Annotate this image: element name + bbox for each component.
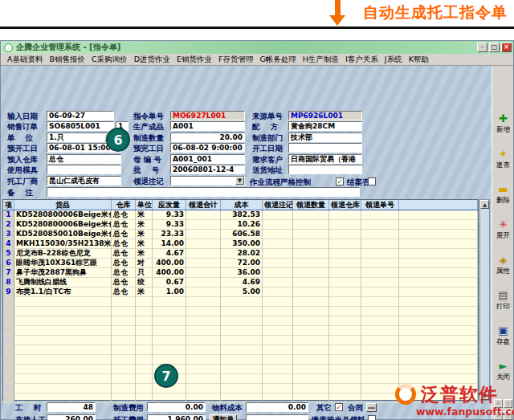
scroll-up-icon[interactable]: ▲ [480, 200, 489, 209]
contract-more-button[interactable]: … [366, 403, 377, 412]
parent-code-field[interactable]: A001_001 [170, 154, 245, 164]
grid-row[interactable]: 2KD5280800006Beige米色(绣花)总仓米9.3310.26 [3, 220, 478, 230]
grid-cell [361, 345, 399, 355]
side-button-1[interactable]: ✦速查 [493, 145, 513, 177]
grid-cell [3, 316, 14, 326]
side-button-0[interactable]: ✚新增 [493, 110, 513, 142]
grid-row[interactable] [3, 384, 478, 393]
side-button-4[interactable]: ◈属性 [493, 251, 513, 283]
grid-cell [3, 384, 14, 393]
grid-cell [329, 316, 361, 326]
notify-button[interactable]: 通知单 [210, 414, 237, 420]
issue-return-combobox[interactable] [170, 176, 245, 186]
grid-row[interactable]: 6眼睛华茂10X361棕艺眼总仓对400.0072.00 [3, 259, 478, 268]
grid-row[interactable] [3, 365, 478, 374]
grid-cell [186, 374, 221, 384]
plan-finish-field[interactable]: 06-08-02 9:00:00 [170, 143, 245, 153]
customer-field[interactable]: 日商国际贸易（香港 [288, 154, 362, 164]
sales-order-field[interactable]: SO6805L001 [47, 121, 114, 131]
outwork-vendor-field[interactable]: 昆山仁成毛皮有 [47, 176, 121, 186]
grid-row[interactable] [3, 316, 478, 326]
menu-item-9[interactable]: J系统 [385, 55, 402, 65]
outwork-cost-field[interactable]: 1,960.00 [147, 414, 206, 420]
grid-row[interactable]: 1KD5280800006Beige米色总仓米9.33382.53 [3, 210, 478, 220]
side-button-6[interactable]: ▣存盘 [493, 322, 513, 354]
side-button-2[interactable]: ▬删除 [493, 181, 513, 213]
grid-row[interactable]: 3KD5280850010Beige米色总仓米23.33606.58 [3, 230, 478, 239]
batch-field[interactable]: 20060801-12-4 [170, 165, 245, 174]
grid-row[interactable] [3, 336, 478, 345]
product-field[interactable]: A001 [170, 121, 245, 131]
grid-cell [293, 239, 329, 249]
grid-header-cell[interactable]: 领退合计 [186, 200, 221, 210]
grid-row[interactable] [3, 374, 478, 384]
hours-field[interactable]: 48 [47, 402, 96, 412]
grid-cell [263, 287, 293, 297]
grid-header-cell[interactable]: 货品 [14, 200, 112, 210]
material-cost-field[interactable]: 0.00 [246, 402, 308, 412]
grid-vertical-scrollbar[interactable]: ▲ ▼ [479, 199, 490, 401]
closed-checkbox[interactable] [368, 177, 376, 186]
start-date-field[interactable] [288, 143, 362, 153]
grid-cell [14, 297, 112, 307]
scroll-down-icon[interactable]: ▼ [480, 391, 489, 400]
grid-header-cell[interactable]: 领退单号 [361, 200, 399, 210]
remark-field[interactable] [47, 187, 360, 197]
grid-row[interactable] [3, 345, 478, 355]
totals-extra-field[interactable] [246, 414, 308, 420]
maximize-button[interactable]: □ [489, 43, 500, 52]
mfg-dept-field[interactable]: 技术部 [288, 133, 362, 142]
flow-control-checkbox[interactable]: ✓ [336, 177, 344, 186]
mold-field[interactable] [47, 165, 121, 174]
menu-item-2[interactable]: C采购询价 [92, 55, 128, 65]
minimize-button[interactable]: - [477, 43, 487, 52]
direct-labor-field[interactable]: 260.00 [47, 414, 96, 420]
title-bar[interactable]: 企腾企业管理系统 - [指令单] [1, 41, 513, 54]
grid-header-cell[interactable]: 仓库 [112, 200, 136, 210]
grid-row[interactable]: 9布类1.1/白TC布总仓米1.005.00 [3, 287, 478, 297]
mfg-cost-field[interactable]: 0.00 [147, 402, 206, 412]
side-button-3[interactable]: ✳展开 [493, 216, 513, 248]
grid-row[interactable] [3, 307, 478, 316]
menu-item-7[interactable]: H生产制造 [303, 55, 339, 65]
grid-cell [3, 365, 14, 374]
source-doc-link[interactable]: MP6926L001 [288, 111, 362, 120]
qty-field[interactable]: 20.00 [170, 133, 245, 142]
grid-header-cell[interactable]: 项 [3, 200, 14, 210]
menu-item-6[interactable]: G帐务处理 [259, 55, 296, 65]
menu-item-0[interactable]: A基础资料 [7, 55, 43, 65]
menu-item-5[interactable]: F存货管理 [218, 55, 253, 65]
menu-item-4[interactable]: E销货作业 [177, 55, 212, 65]
grid-header-cell[interactable]: 领退注记 [263, 200, 293, 210]
grid-header-cell[interactable]: 应发量 [153, 200, 186, 210]
other-checkbox[interactable]: ✓ [335, 403, 343, 411]
screenshot-root: 自动生成托工指令单 企腾企业管理系统 - [指令单] - □ × A基础资料B销… [0, 0, 514, 420]
menu-item-3[interactable]: D进货作业 [134, 55, 170, 65]
grid-row[interactable] [3, 355, 478, 365]
side-button-5[interactable]: ▤打印 [493, 287, 513, 319]
input-date-field[interactable]: 06-09-27 [47, 111, 114, 120]
grid-header-cell[interactable]: 领退仓库 [329, 200, 361, 210]
grid-row[interactable] [3, 326, 478, 336]
grid-header-cell[interactable]: 领退数量 [293, 200, 329, 210]
stockin-rule-checkbox[interactable] [368, 415, 376, 420]
grid-cell [329, 230, 361, 239]
grid-cell [136, 316, 153, 326]
grid-header-cell[interactable]: 成本 [221, 200, 263, 210]
grid-row[interactable]: 7鼻子华茂2887黑狗鼻总仓只400.0036.00 [3, 268, 478, 278]
ship-address-field[interactable] [288, 165, 362, 174]
issue-return-combo-arrow-icon[interactable]: ▼ [235, 177, 244, 185]
target-warehouse-field[interactable]: 总仓 [47, 154, 121, 164]
menu-item-10[interactable]: K帮助 [409, 55, 429, 65]
grid-row[interactable]: 4MKH115030/35H2138米色总仓米14.00350.00 [3, 239, 478, 249]
grid-row[interactable]: 8飞腾制线白腊线总仓绞0.674.69 [3, 278, 478, 287]
side-button-7[interactable]: ►关闭 [493, 357, 513, 389]
grid-cell [399, 278, 478, 287]
grid-row[interactable] [3, 297, 478, 307]
grid-header-cell[interactable]: 单位 [136, 200, 153, 210]
grid-row[interactable]: 5尼龙布B-228棕色尼龙总仓米4.6728.02 [3, 249, 478, 259]
formula-field[interactable]: 黄金狗28CM [288, 121, 362, 131]
menu-item-8[interactable]: I客户关系 [345, 55, 378, 65]
menu-item-1[interactable]: B销售报价 [50, 55, 86, 65]
close-button[interactable]: × [501, 43, 512, 52]
